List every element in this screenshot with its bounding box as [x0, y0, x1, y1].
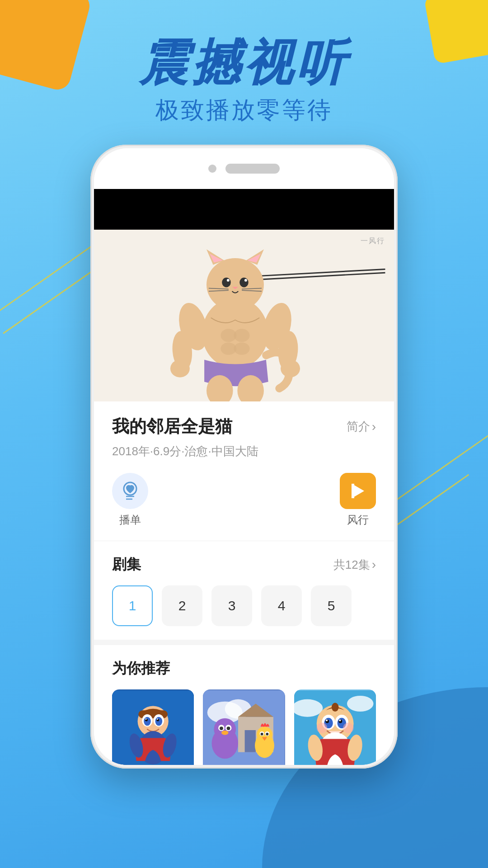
svg-point-21 [234, 343, 250, 355]
cartoon-character-svg [94, 230, 394, 401]
svg-point-62 [227, 726, 230, 730]
cartoon-scene: 一风行 [94, 230, 394, 401]
video-black-bar [94, 189, 394, 230]
playlist-icon-circle [112, 473, 148, 509]
svg-point-24 [170, 360, 190, 377]
episode-button-5[interactable]: 5 [311, 585, 352, 626]
hero-subtitle: 极致播放零等待 [0, 94, 488, 126]
svg-point-69 [266, 733, 269, 736]
hero-section: 震撼视听 极致播放零等待 [0, 36, 488, 126]
episode-list: 1 2 3 4 5 [112, 585, 376, 626]
show-title-row: 我的邻居全是猫 简介 › [112, 415, 376, 438]
episode-button-4[interactable]: 4 [261, 585, 302, 626]
svg-rect-35 [352, 484, 354, 498]
playlist-button[interactable]: 播单 [112, 473, 148, 527]
svg-point-68 [261, 733, 263, 736]
hero-title: 震撼视听 [0, 36, 488, 90]
recommend-item-3[interactable] [294, 689, 376, 765]
episodes-chevron-icon: › [372, 557, 376, 572]
episodes-section: 剧集 共12集 › 1 2 3 4 5 [112, 541, 376, 640]
phone-mockup: 一风行 [90, 145, 398, 769]
phone-camera [208, 165, 216, 173]
svg-point-83 [326, 720, 328, 722]
episodes-total-text: 共12集 [333, 557, 370, 573]
svg-point-85 [316, 722, 327, 733]
svg-point-9 [239, 278, 249, 287]
svg-point-8 [222, 278, 231, 287]
recommend-section: 为你推荐 [112, 645, 376, 765]
recommend-item-1[interactable] [112, 689, 194, 765]
playlist-heart-icon [120, 481, 141, 501]
episodes-title: 剧集 [112, 555, 141, 575]
svg-point-42 [144, 717, 151, 726]
content-area: 我的邻居全是猫 简介 › 2018年·6.9分·治愈·中国大陆 [94, 401, 394, 765]
phone-inner: 一风行 [94, 148, 394, 765]
intro-label: 简介 [347, 419, 370, 434]
intro-chevron-icon: › [372, 420, 376, 434]
recommend-title: 为你推荐 [112, 659, 376, 679]
recommend-thumb-1-icon [112, 689, 194, 765]
divider-2 [94, 640, 394, 645]
recommend-thumb-3-icon [294, 689, 376, 765]
episode-button-3[interactable]: 3 [211, 585, 252, 626]
svg-rect-56 [245, 730, 256, 752]
episodes-header: 剧集 共12集 › [112, 555, 376, 575]
playlist-label: 播单 [119, 513, 141, 527]
recommend-item-2[interactable] [203, 689, 285, 765]
episode-button-1[interactable]: 1 [112, 585, 153, 626]
fengxing-button[interactable]: 风行 [340, 473, 376, 527]
recommend-thumb-2-icon [203, 689, 285, 765]
fengxing-logo-icon [347, 480, 369, 502]
episodes-total-link[interactable]: 共12集 › [333, 557, 376, 573]
svg-point-84 [339, 720, 341, 722]
svg-point-11 [244, 279, 247, 282]
svg-point-46 [145, 718, 147, 720]
action-row: 播单 风行 [112, 473, 376, 527]
show-intro-link[interactable]: 简介 › [347, 419, 376, 434]
svg-point-76 [332, 703, 339, 712]
fengxing-label: 风行 [347, 513, 369, 527]
svg-point-19 [234, 329, 250, 342]
show-title: 我的邻居全是猫 [112, 415, 232, 438]
svg-point-74 [347, 696, 373, 712]
video-watermark: 一风行 [361, 236, 385, 246]
phone-speaker [225, 164, 280, 174]
svg-point-61 [220, 726, 223, 730]
svg-point-47 [157, 718, 158, 720]
svg-point-43 [155, 717, 163, 726]
episode-button-2[interactable]: 2 [162, 585, 202, 626]
svg-point-86 [343, 722, 353, 733]
background: 震撼视听 极致播放零等待 一风行 [0, 0, 488, 868]
svg-point-10 [227, 279, 230, 282]
svg-rect-39 [138, 710, 167, 718]
svg-point-63 [221, 731, 229, 735]
fengxing-icon-box [340, 473, 376, 509]
video-content[interactable]: 一风行 [94, 230, 394, 401]
show-meta: 2018年·6.9分·治愈·中国大陆 [112, 443, 376, 459]
recommend-list [112, 689, 376, 765]
svg-point-58 [214, 718, 236, 741]
phone-top-bar [94, 148, 394, 189]
